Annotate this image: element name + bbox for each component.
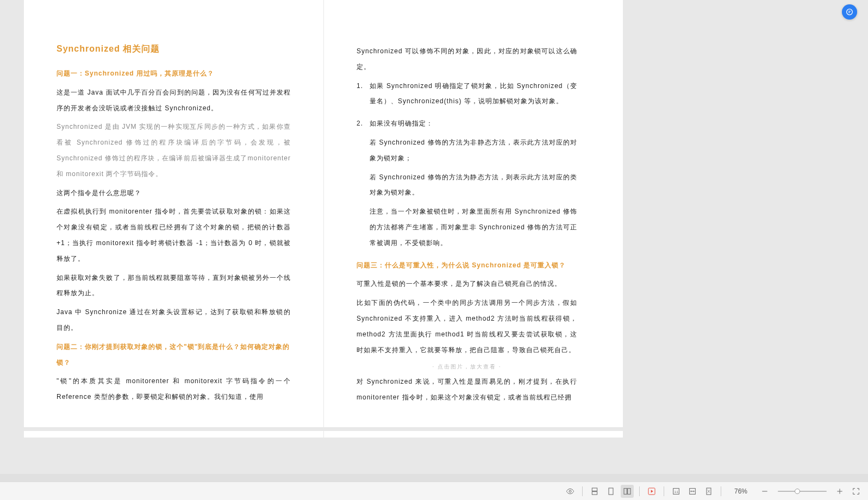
list-sub: 注意，当一个对象被锁住时，对象里面所有用 Synchronized 修饰的方法都… (370, 204, 577, 251)
play-icon[interactable] (645, 485, 658, 498)
svg-marker-8 (651, 490, 653, 492)
list-number: 1. (357, 78, 364, 113)
page-right: Synchronized 可以修饰不同的对象，因此，对应的对象锁可以这么确定。 … (323, 0, 623, 427)
paragraph: 可重入性是锁的一个基本要求，是为了解决自己锁死自己的情况。 (357, 276, 577, 292)
svg-rect-4 (609, 488, 613, 495)
view-mode-group: 1:1 76% (564, 485, 863, 498)
list-sub: 若 Synchronized 修饰的方法为非静态方法，表示此方法对应的对象为锁对… (370, 135, 577, 166)
zoom-out-button[interactable] (758, 485, 771, 498)
assistant-float-button[interactable] (842, 4, 857, 20)
svg-point-1 (569, 490, 571, 492)
paragraph: 这是一道 Java 面试中几乎百分百会问到的问题，因为没有任何写过并发程序的开发… (57, 85, 291, 116)
paragraph: Java 中 Synchronize 通过在对象头设置标记，达到了获取锁和释放锁… (57, 304, 291, 336)
zoom-in-button[interactable] (833, 485, 846, 498)
paragraph: 这两个指令是什么意思呢？ (57, 185, 291, 201)
divider (664, 486, 664, 496)
question-1: 问题一：Synchronized 用过吗，其原理是什么？ (57, 66, 291, 82)
page-stub-right (323, 431, 623, 438)
divider (721, 486, 721, 496)
list-body: 如果 Synchronized 明确指定了锁对象，比如 Synchronized… (370, 78, 577, 110)
continuous-view-icon[interactable] (588, 485, 601, 498)
zoom-slider[interactable] (778, 491, 827, 492)
paragraph: 对 Synchronized 来说，可重入性是显而易见的，刚才提到，在执行mon… (357, 374, 577, 405)
svg-rect-2 (592, 488, 597, 491)
page-stub-left (24, 431, 323, 438)
single-page-icon[interactable] (604, 485, 617, 498)
divider (639, 486, 640, 496)
paragraph: 如果获取对象失败了，那当前线程就要阻塞等待，直到对象锁被另外一个线程释放为止。 (57, 270, 291, 302)
page-spread: Synchronized 相关问题 问题一：Synchronized 用过吗，其… (24, 0, 623, 427)
bottom-toolbar: 1:1 76% (0, 482, 868, 500)
section-title: Synchronized 相关问题 (57, 43, 291, 55)
svg-point-0 (847, 9, 853, 15)
paragraph: "锁"的本质其实是 monitorenter 和 monitorexit 字节码… (57, 373, 291, 405)
zoom-slider-thumb[interactable] (795, 489, 800, 494)
svg-text:1:1: 1:1 (675, 490, 678, 493)
actual-size-icon[interactable]: 1:1 (670, 485, 683, 498)
paragraph: Synchronized 可以修饰不同的对象，因此，对应的对象锁可以这么确定。 (357, 43, 577, 75)
page-left: Synchronized 相关问题 问题一：Synchronized 用过吗，其… (24, 0, 323, 427)
horizontal-scrollbar-track[interactable] (0, 474, 868, 482)
list-body: 如果没有明确指定： (370, 116, 577, 132)
fit-width-icon[interactable] (686, 485, 699, 498)
list-number: 2. (357, 116, 364, 254)
list-item: 1. 如果 Synchronized 明确指定了锁对象，比如 Synchroni… (357, 78, 577, 113)
eye-icon[interactable] (564, 485, 577, 498)
paragraph: 在虚拟机执行到 monitorenter 指令时，首先要尝试获取对象的锁：如果这… (57, 204, 291, 266)
image-note: · 点击图片，放大查看 · (357, 363, 577, 371)
document-viewport[interactable]: Synchronized 相关问题 问题一：Synchronized 用过吗，其… (0, 0, 868, 438)
two-page-icon[interactable] (621, 485, 634, 498)
fit-page-icon[interactable] (702, 485, 715, 498)
svg-rect-5 (624, 488, 627, 494)
paragraph: 比如下面的伪代码，一个类中的同步方法调用另一个同步方法，假如Synchroniz… (357, 295, 577, 358)
question-2: 问题二：你刚才提到获取对象的锁，这个"锁"到底是什么？如何确定对象的锁？ (57, 339, 291, 371)
svg-rect-6 (628, 488, 630, 494)
list-sub: 若 Synchronized 修饰的方法为静态方法，则表示此方法对应的类对象为锁… (370, 170, 577, 201)
svg-rect-3 (592, 491, 597, 494)
paragraph: Synchronized 是由 JVM 实现的一种实现互斥同步的一种方式，如果你… (57, 119, 291, 182)
fullscreen-icon[interactable] (850, 485, 863, 498)
question-3: 问题三：什么是可重入性，为什么说 Synchronized 是可重入锁？ (357, 258, 577, 273)
next-spread-peek (24, 431, 623, 438)
list-item: 2. 如果没有明确指定： 若 Synchronized 修饰的方法为非静态方法，… (357, 116, 577, 254)
zoom-level-label: 76% (731, 488, 751, 495)
divider (582, 486, 583, 496)
